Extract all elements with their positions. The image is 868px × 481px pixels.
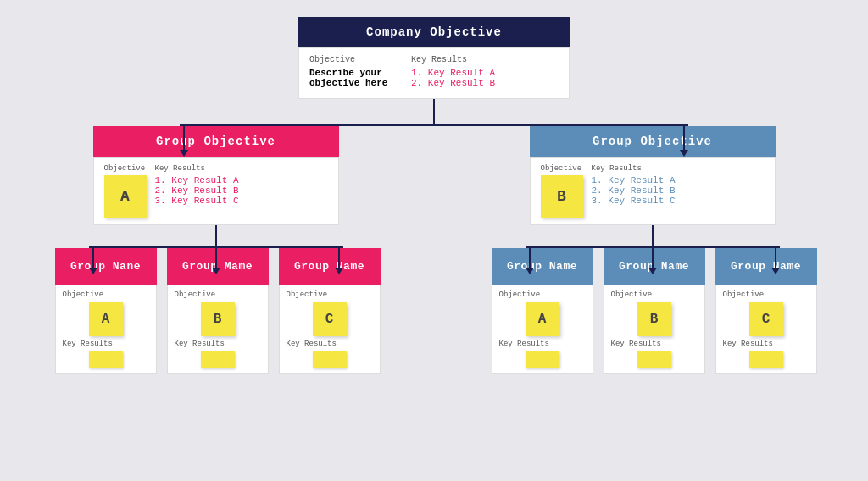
obj-label-blue: Objective bbox=[541, 164, 583, 173]
kr-label-blue: Key Results bbox=[592, 164, 765, 173]
sub-kr-label-r2: Key Results bbox=[175, 340, 261, 348]
sub-kr-sticky-r2 bbox=[201, 351, 235, 368]
sub-obj-label-b3: Objective bbox=[723, 290, 810, 299]
company-body: Objective Key Results Describe your obje… bbox=[298, 47, 570, 99]
group-tree-blue: Group Objective Objective B Key Results … bbox=[492, 126, 814, 374]
sub-kr-label-r1: Key Results bbox=[63, 340, 149, 348]
group-block-red: Group Objective Objective A Key Results … bbox=[93, 126, 339, 225]
sticky-b-blue: B bbox=[541, 175, 583, 218]
sub-obj-label-b2: Objective bbox=[611, 290, 698, 299]
sub-group-blue-1: Group Name Objective A Key Results bbox=[492, 248, 593, 374]
group-header-red: Group Objective bbox=[93, 126, 339, 157]
sub-card-blue-1-header: Group Name bbox=[492, 248, 593, 285]
sub-kr-label-r3: Key Results bbox=[287, 340, 373, 348]
sub-card-blue-2-body: Objective B Key Results bbox=[604, 285, 705, 374]
sub-sticky-r2: B bbox=[201, 302, 235, 336]
sub-sticky-b1: A bbox=[526, 302, 559, 336]
red-kr-2: 2. Key Result B bbox=[155, 185, 328, 196]
sub-kr-label-b1: Key Results bbox=[499, 340, 586, 348]
sub-card-blue-1-body: Objective A Key Results bbox=[492, 285, 593, 374]
company-kr-list: 1. Key Result A 2. Key Result B bbox=[411, 68, 495, 88]
kr-label-company: Key Results bbox=[411, 55, 467, 64]
company-kr-2: 2. Key Result B bbox=[411, 78, 495, 88]
objective-label: Objective bbox=[309, 55, 403, 64]
sub-group-red-3: Group Name Objective C Key Results bbox=[279, 248, 381, 374]
kr-label-red: Key Results bbox=[155, 164, 328, 173]
company-kr-1: 1. Key Result A bbox=[411, 68, 495, 78]
sub-obj-label-b1: Objective bbox=[499, 290, 586, 299]
sub-card-red-2-body: Objective B Key Results bbox=[167, 285, 269, 374]
group-red-kr-list: 1. Key Result A 2. Key Result B 3. Key R… bbox=[155, 175, 328, 206]
blue-kr-3: 3. Key Result C bbox=[592, 196, 765, 206]
sub-kr-sticky-r1 bbox=[89, 351, 123, 368]
sub-kr-sticky-r3 bbox=[313, 351, 347, 368]
sub-card-red-1-header: Group Nane bbox=[55, 248, 157, 285]
blue-kr-1: 1. Key Result A bbox=[592, 175, 765, 185]
kr-section-blue: Key Results 1. Key Result A 2. Key Resul… bbox=[592, 164, 765, 218]
sub-sticky-r1: A bbox=[89, 302, 123, 336]
horiz-line-level1 bbox=[137, 124, 731, 126]
sub-card-blue-3-header: Group Name bbox=[715, 248, 817, 285]
sub-kr-sticky-b3 bbox=[749, 351, 783, 368]
sub-card-red-1-body: Objective A Key Results bbox=[55, 285, 157, 374]
sub-kr-label-b3: Key Results bbox=[723, 340, 810, 348]
sub-group-blue-3: Group Name Objective C Key Results bbox=[715, 248, 817, 374]
sub-sticky-r3: C bbox=[313, 302, 347, 336]
group-tree-red: Group Objective Objective A Key Results … bbox=[55, 126, 377, 374]
sub-card-red-3-header: Group Name bbox=[279, 248, 381, 285]
vert-line-company bbox=[433, 99, 435, 124]
sub-obj-label-r3: Objective bbox=[287, 290, 373, 299]
horiz-line-red bbox=[55, 246, 377, 248]
kr-section-red: Key Results 1. Key Result A 2. Key Resul… bbox=[155, 164, 328, 218]
vert-line-blue bbox=[652, 225, 654, 246]
vert-line-red bbox=[215, 225, 217, 246]
sub-card-blue-3-body: Objective C Key Results bbox=[715, 285, 817, 374]
group-blue-kr-list: 1. Key Result A 2. Key Result B 3. Key R… bbox=[592, 175, 765, 206]
group-body-blue: Objective B Key Results 1. Key Result A … bbox=[530, 157, 776, 225]
sub-group-red-1: Group Nane Objective A Key Results bbox=[55, 248, 157, 374]
sticky-a-red: A bbox=[104, 175, 147, 218]
sub-sticky-b3: C bbox=[749, 302, 783, 336]
red-kr-3: 3. Key Result C bbox=[155, 196, 328, 206]
sub-card-red-3-body: Objective C Key Results bbox=[279, 285, 381, 374]
company-block: Company Objective Objective Key Results … bbox=[298, 17, 570, 99]
obj-label-red: Objective bbox=[104, 164, 147, 173]
horiz-line-blue bbox=[492, 246, 814, 248]
sub-sticky-b2: B bbox=[637, 302, 671, 336]
sub-kr-sticky-b1 bbox=[526, 351, 559, 368]
sub-obj-label-r1: Objective bbox=[63, 290, 149, 299]
sub-obj-label-r2: Objective bbox=[175, 290, 261, 299]
red-kr-1: 1. Key Result A bbox=[155, 175, 328, 185]
group-block-blue: Group Objective Objective B Key Results … bbox=[530, 126, 776, 225]
sub-kr-label-b2: Key Results bbox=[611, 340, 698, 348]
sub-kr-sticky-b2 bbox=[637, 351, 671, 368]
blue-kr-2: 2. Key Result B bbox=[592, 185, 765, 196]
company-header: Company Objective bbox=[298, 17, 570, 47]
group-header-blue: Group Objective bbox=[530, 126, 776, 157]
group-body-red: Objective A Key Results 1. Key Result A … bbox=[93, 157, 339, 225]
objective-text: Describe your objective here bbox=[309, 68, 403, 88]
